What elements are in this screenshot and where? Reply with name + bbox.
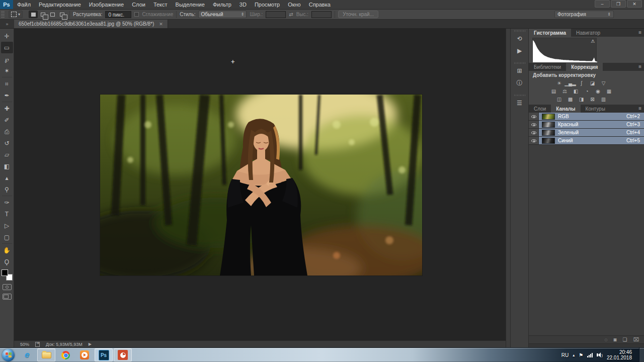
levels-icon[interactable]: ▁▄▂ — [566, 79, 575, 86]
threshold-icon[interactable]: ◨ — [577, 96, 586, 103]
clone-stamp-tool[interactable]: ⎙ — [1, 126, 13, 137]
posterize-icon[interactable]: ▩ — [566, 96, 575, 103]
visibility-toggle[interactable] — [529, 113, 539, 120]
panel-menu-icon[interactable]: ≡ — [638, 30, 641, 35]
height-input[interactable] — [311, 11, 332, 18]
start-button[interactable] — [2, 349, 15, 361]
taskbar-media-player[interactable] — [75, 348, 94, 361]
zoom-tool[interactable]: Ϙ — [1, 256, 13, 267]
workspace-dropdown[interactable]: Фотография ⇕ — [554, 11, 614, 18]
visibility-toggle[interactable] — [529, 121, 539, 128]
visibility-toggle[interactable] — [529, 129, 539, 136]
menu-file[interactable]: Файл — [13, 0, 35, 9]
info-panel-icon[interactable]: ⓘ — [513, 77, 526, 88]
taskbar-internet-explorer[interactable]: e — [18, 348, 36, 361]
hue-saturation-icon[interactable]: ▤ — [549, 87, 558, 95]
blur-tool[interactable]: ▴ — [1, 172, 13, 184]
menu-window[interactable]: Окно — [284, 0, 305, 9]
show-desktop-button[interactable] — [639, 348, 644, 362]
subtract-selection-button[interactable] — [48, 11, 57, 18]
tab-paths[interactable]: Контуры — [581, 105, 610, 113]
swap-dimensions-icon[interactable]: ⇄ — [289, 12, 293, 17]
taskbar-explorer[interactable] — [37, 348, 55, 361]
save-selection-icon[interactable]: ◙ — [613, 337, 616, 342]
menu-filter[interactable]: Фильтр — [209, 0, 235, 9]
tab-layers[interactable]: Слои — [529, 105, 551, 113]
shape-tool[interactable]: ▢ — [1, 231, 13, 243]
history-panel-icon[interactable]: ⟲ — [513, 33, 526, 44]
invert-icon[interactable]: ◫ — [555, 96, 564, 103]
color-balance-icon[interactable]: ⚖ — [560, 87, 570, 95]
photo-image[interactable] — [100, 95, 422, 276]
crop-tool[interactable]: ⌗ — [1, 78, 13, 89]
panel-menu-icon[interactable]: ≡ — [638, 106, 641, 111]
brightness-contrast-icon[interactable]: ☀ — [555, 79, 564, 86]
channel-mixer-icon[interactable]: ◉ — [594, 87, 603, 95]
dock-grip[interactable] — [514, 30, 525, 32]
restore-button[interactable]: ❐ — [611, 0, 626, 8]
new-selection-button[interactable] — [29, 11, 38, 18]
load-selection-icon[interactable]: ◌ — [605, 337, 608, 342]
marquee-tool[interactable]: ▭ — [1, 42, 13, 53]
menu-view[interactable]: Просмотр — [251, 0, 284, 9]
selective-color-icon[interactable]: ⊠ — [588, 96, 597, 103]
taskbar-powerpoint[interactable] — [114, 348, 132, 361]
lasso-tool[interactable]: ℘ — [1, 53, 13, 65]
language-indicator[interactable]: RU — [561, 352, 569, 358]
delete-channel-icon[interactable]: ⌧ — [633, 337, 639, 342]
taskbar-chrome[interactable] — [56, 348, 74, 361]
dodge-tool[interactable]: ⚲ — [1, 184, 13, 195]
feather-input[interactable]: 0 пикс. — [105, 11, 131, 18]
type-tool[interactable]: T — [1, 208, 13, 220]
magic-wand-tool[interactable]: ✶ — [1, 65, 13, 76]
zoom-level[interactable]: 50% — [20, 342, 29, 347]
foreground-color-swatch[interactable] — [2, 269, 8, 276]
channel-row-blue[interactable]: Синий Ctrl+5 — [529, 137, 644, 145]
current-tool-dropdown[interactable]: ▾ — [9, 11, 23, 18]
dock-grip[interactable] — [514, 95, 525, 96]
clock[interactable]: 20:46 22.01.2018 — [607, 349, 632, 360]
vertical-scrollbar[interactable] — [506, 29, 510, 347]
visibility-toggle[interactable] — [529, 137, 539, 144]
warning-icon[interactable]: ⚠ — [591, 39, 595, 44]
close-icon[interactable]: ✕ — [159, 22, 163, 27]
channel-row-rgb[interactable]: RGB Ctrl+2 — [529, 113, 644, 121]
gradient-map-icon[interactable]: ▥ — [599, 96, 608, 103]
menu-image[interactable]: Изображение — [85, 0, 128, 9]
pen-tool[interactable]: ✑ — [1, 197, 13, 208]
actions-panel-icon[interactable]: ▶ — [513, 45, 526, 56]
black-white-icon[interactable]: ◧ — [572, 87, 581, 95]
move-tool[interactable]: ✛ — [1, 30, 13, 42]
eraser-tool[interactable]: ▱ — [1, 149, 13, 160]
panel-menu-icon[interactable]: ≡ — [638, 64, 641, 69]
properties-panel-icon[interactable]: ⊞ — [513, 65, 526, 76]
refine-edge-button[interactable]: Уточн. край... — [338, 11, 378, 18]
antialias-checkbox[interactable] — [134, 12, 139, 17]
eyedropper-tool[interactable]: ✒ — [1, 89, 13, 101]
hidden-icons-chevron[interactable]: ▴ — [573, 353, 575, 357]
close-button[interactable]: ✕ — [627, 0, 642, 8]
channel-row-red[interactable]: Красный Ctrl+3 — [529, 121, 644, 129]
color-lookup-icon[interactable]: ▦ — [605, 87, 614, 95]
new-channel-icon[interactable]: ❏ — [623, 337, 627, 342]
paint-bucket-tool[interactable]: ◧ — [1, 160, 13, 172]
tab-libraries[interactable]: Библиотеки — [529, 63, 566, 71]
healing-brush-tool[interactable]: ✚ — [1, 103, 13, 114]
dock-grip[interactable] — [514, 62, 525, 64]
network-icon[interactable] — [587, 352, 593, 357]
canvas-area[interactable]: + — [14, 29, 506, 340]
hand-tool[interactable]: ✋ — [1, 244, 13, 256]
menu-type[interactable]: Текст — [149, 0, 172, 9]
quick-mask-button[interactable] — [3, 284, 12, 290]
vibrance-icon[interactable]: ▽ — [599, 79, 608, 86]
menu-edit[interactable]: Редактирование — [35, 0, 85, 9]
paragraph-panel-icon[interactable]: ☰ — [513, 98, 526, 109]
brush-tool[interactable]: ✐ — [1, 114, 13, 126]
screen-mode-button[interactable] — [3, 294, 12, 300]
tab-adjustments[interactable]: Коррекция — [566, 63, 603, 71]
intersect-selection-button[interactable] — [57, 11, 66, 18]
menu-3d[interactable]: 3D — [235, 0, 251, 9]
history-brush-tool[interactable]: ↺ — [1, 137, 13, 149]
exposure-icon[interactable]: ◪ — [588, 79, 597, 86]
menu-select[interactable]: Выделение — [172, 0, 209, 9]
